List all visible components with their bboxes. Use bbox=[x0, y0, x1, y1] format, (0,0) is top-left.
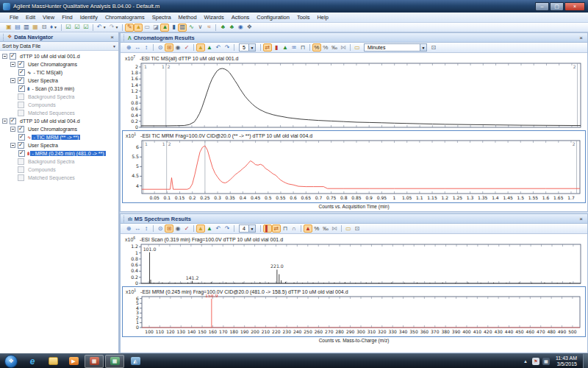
menu-identify[interactable]: Identify bbox=[76, 14, 101, 21]
pictures-icon[interactable]: ◭ bbox=[126, 355, 145, 368]
redo-icon[interactable]: ↷ bbox=[223, 224, 232, 233]
extract-spectrum-icon[interactable]: ▲ bbox=[134, 24, 143, 32]
tree-item[interactable]: User Spectra bbox=[0, 77, 118, 85]
zoom-icon[interactable]: ⊙ bbox=[156, 43, 165, 52]
menu-view[interactable]: View bbox=[39, 14, 58, 21]
folder-icon[interactable]: ▦ bbox=[31, 24, 40, 32]
explorer-folder-icon[interactable] bbox=[43, 355, 62, 368]
extract-chromatogram-icon[interactable]: ✎ bbox=[125, 24, 134, 32]
checkbox[interactable] bbox=[18, 85, 25, 92]
normalize-icon[interactable]: ⋈ bbox=[339, 43, 348, 52]
tray-flag-icon[interactable]: ⚑ bbox=[532, 358, 539, 365]
method-check-1-icon[interactable]: ☑ bbox=[64, 24, 73, 32]
expander-icon[interactable] bbox=[10, 127, 15, 132]
compound-tree-2-icon[interactable]: ♣ bbox=[227, 24, 236, 32]
tree-item[interactable]: ılı- Scan (0.319 min) bbox=[0, 85, 118, 93]
tree-item[interactable]: Matched Sequences bbox=[0, 109, 118, 117]
print-icon[interactable]: ⊡ bbox=[353, 224, 362, 233]
tree-item[interactable]: Compounds bbox=[0, 101, 118, 109]
checkbox[interactable] bbox=[18, 77, 24, 84]
fit-y-icon[interactable]: ↕ bbox=[142, 224, 151, 233]
scan-spectrum[interactable]: x106 -ESI Scan (0.319 min) Frag=100.0V d… bbox=[122, 235, 586, 286]
undo-icon[interactable]: ↶▼ bbox=[96, 24, 108, 32]
masshunter-qual-icon[interactable]: ▦ bbox=[105, 355, 124, 368]
tic-mrm-chromatogram[interactable]: x101 -ESI TIC MRM Frag=100.0V CID@20.0 (… bbox=[122, 130, 586, 203]
menu-file[interactable]: File bbox=[6, 14, 22, 21]
percent-icon[interactable]: % bbox=[312, 224, 321, 233]
manual-integration-icon[interactable]: ✓ bbox=[182, 43, 191, 52]
spectrum-view-icon[interactable]: ▮ bbox=[169, 24, 178, 32]
tree-item[interactable]: Matched Sequences bbox=[0, 174, 118, 182]
menu-actions[interactable]: Actions bbox=[228, 14, 254, 21]
tic-ms-chromatogram[interactable]: x107 -ESI TIC MS(all) dTTP 10 uM old via… bbox=[122, 54, 586, 130]
menu-find[interactable]: Find bbox=[58, 14, 76, 21]
settings-icon[interactable]: ❖ bbox=[245, 24, 254, 32]
caption-icon[interactable]: ▭ bbox=[344, 224, 353, 233]
menu-chromatograms[interactable]: Chromatograms bbox=[101, 14, 148, 21]
baseline-icon[interactable]: ∨ bbox=[196, 24, 204, 32]
redo-icon[interactable]: ↷▼ bbox=[108, 24, 121, 32]
peaks-view-icon[interactable]: ∿ bbox=[187, 24, 196, 32]
checkbox[interactable] bbox=[10, 53, 16, 60]
link-x-axis-icon[interactable]: ⇄ bbox=[263, 43, 272, 52]
normalize-icon[interactable]: ⋈ bbox=[330, 224, 339, 233]
checkbox[interactable] bbox=[18, 134, 25, 141]
close-button[interactable]: × bbox=[564, 2, 585, 11]
menu-configuration[interactable]: Configuration bbox=[253, 14, 293, 21]
tree-item[interactable]: User Chromatograms bbox=[0, 60, 118, 68]
menu-help[interactable]: Help bbox=[313, 14, 331, 21]
tree-item[interactable]: Background Spectra bbox=[0, 158, 118, 166]
tray-expand-icon[interactable]: ▲ bbox=[520, 359, 531, 364]
caption-icon[interactable]: ▭ bbox=[353, 43, 362, 52]
media-player-icon[interactable]: ▶ bbox=[64, 355, 83, 368]
masshunter-acq-icon[interactable]: ▦ bbox=[85, 355, 104, 368]
checkbox[interactable] bbox=[18, 166, 24, 173]
copy-icon[interactable]: ▭ bbox=[143, 24, 151, 32]
clock[interactable]: 11:43 AM 3/5/2015 bbox=[551, 355, 583, 367]
maximize-button[interactable]: ▢ bbox=[550, 2, 564, 11]
close-icon[interactable]: × bbox=[578, 216, 584, 222]
tic-mrm-plot[interactable]: 44.555.560.050.10.150.20.250.30.350.40.4… bbox=[123, 138, 585, 202]
checkbox[interactable] bbox=[18, 174, 24, 181]
checkbox[interactable] bbox=[18, 93, 24, 100]
zoom-icon[interactable]: ⊙ bbox=[156, 224, 165, 233]
checkbox[interactable] bbox=[18, 69, 25, 76]
fit-window-icon[interactable]: ⊕ bbox=[124, 43, 133, 52]
tree-item[interactable]: User Chromatograms bbox=[0, 125, 118, 133]
undo-icon[interactable]: ↶ bbox=[214, 224, 223, 233]
expander-icon[interactable] bbox=[2, 118, 7, 124]
chromatogram-results-titlebar[interactable]: Λ Chromatogram Results × bbox=[121, 33, 587, 43]
manual-pick-icon[interactable]: ✓ bbox=[182, 224, 191, 233]
save-icon[interactable]: ▥ bbox=[22, 24, 31, 32]
tree-item[interactable]: ∿- TIC MS(all) bbox=[0, 68, 118, 77]
expander-icon[interactable] bbox=[10, 143, 15, 148]
scan-spectrum-plot[interactable]: 00.20.40.60.811.2101.0141.2221.0 bbox=[122, 242, 586, 286]
checkbox[interactable] bbox=[18, 150, 25, 157]
start-button[interactable]: ❖ bbox=[1, 355, 21, 368]
tray-network-icon[interactable]: ▦ bbox=[542, 358, 550, 365]
expander-icon[interactable] bbox=[10, 62, 15, 67]
integrate-icon[interactable]: ▲ bbox=[205, 43, 214, 52]
zoom-box-icon[interactable]: ⊞ bbox=[165, 43, 173, 52]
stacked-view-icon[interactable]: ▥ bbox=[178, 24, 187, 32]
smooth-icon[interactable]: ≈ bbox=[204, 24, 213, 32]
permille-icon[interactable]: ‰ bbox=[330, 43, 339, 52]
ms-spectrum-results-titlebar[interactable]: ılı MS Spectrum Results × bbox=[121, 214, 587, 224]
close-icon[interactable]: × bbox=[578, 35, 584, 41]
redo-icon[interactable]: ↷ bbox=[223, 43, 232, 52]
undo-icon[interactable]: ↶ bbox=[214, 43, 223, 52]
user-options-icon[interactable]: ♦▼ bbox=[49, 24, 59, 32]
data-navigator-titlebar[interactable]: ❖ Data Navigator × bbox=[0, 32, 118, 42]
peak-labels-icon[interactable]: ▲ bbox=[281, 43, 290, 52]
mrm-spectrum[interactable]: x101 -ESI MRM (0.245 min) Frag=100.0V CI… bbox=[122, 286, 586, 337]
checkbox[interactable] bbox=[18, 102, 24, 108]
find-icon[interactable]: ◉ bbox=[173, 224, 182, 233]
search-library-icon[interactable]: ◉ bbox=[236, 24, 245, 32]
print-icon[interactable]: ⊡ bbox=[429, 43, 438, 52]
histogram-icon[interactable]: ⊓ bbox=[281, 224, 290, 233]
checkbox[interactable] bbox=[18, 142, 24, 149]
tree-item[interactable]: ılı- MRM (0.245 min) (481.0 -> **) bbox=[0, 149, 118, 158]
checkbox[interactable] bbox=[10, 118, 16, 124]
percent-relative-icon[interactable]: % bbox=[321, 43, 330, 52]
menu-tools[interactable]: Tools bbox=[293, 14, 314, 21]
